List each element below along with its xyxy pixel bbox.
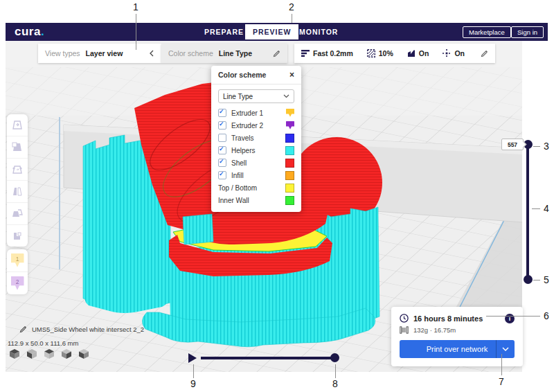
color-scheme-panel: Color scheme × Line Type Extruder 1 Extr… <box>211 66 301 212</box>
callout-5: 5 <box>544 274 549 285</box>
color-swatch <box>285 146 294 155</box>
color-swatch <box>285 159 294 168</box>
play-button[interactable] <box>188 353 197 363</box>
layer-slider-track[interactable] <box>526 144 529 279</box>
scheme-row-travels[interactable]: Travels <box>211 132 301 143</box>
simulation-slider-handle[interactable] <box>330 353 339 362</box>
checkbox[interactable] <box>218 109 226 117</box>
simulation-slider-track[interactable] <box>201 357 334 359</box>
callout-2: 2 <box>289 1 294 12</box>
view-front-icon[interactable] <box>26 348 38 360</box>
callout-7: 7 <box>499 376 504 387</box>
extruder-2-badge[interactable]: 2 <box>7 272 28 294</box>
view-left-icon[interactable] <box>60 348 73 360</box>
checkbox[interactable] <box>218 171 226 179</box>
tab-prepare[interactable]: PREPARE <box>204 23 244 41</box>
model-name-row: UMS5_Side Wheel white intersect 2_2 <box>19 326 144 333</box>
extruder-1-badge[interactable]: 1 <box>7 249 28 272</box>
callout-6: 6 <box>544 310 549 321</box>
color-scheme-selector[interactable]: Color scheme Line Type <box>161 44 287 63</box>
adhesion-value: On <box>454 49 465 57</box>
support-setting[interactable]: On <box>407 49 429 57</box>
view-right-icon[interactable] <box>78 348 90 360</box>
annotated-screenshot: cura. PREPARE PREVIEW MONITOR Marketplac… <box>0 0 554 392</box>
scheme-row-helpers[interactable]: Helpers <box>211 145 301 156</box>
checkbox[interactable] <box>218 121 226 130</box>
callout-8: 8 <box>332 378 338 389</box>
view-types-selector[interactable]: View types Layer view <box>38 44 161 63</box>
callout-line-7 <box>501 354 502 375</box>
infill-value: 10% <box>379 49 393 57</box>
model-dimensions: 112.9 x 50.0 x 111.6 mm <box>8 339 78 347</box>
layer-slider-bottom-handle[interactable] <box>524 275 533 284</box>
model-name: UMS5_Side Wheel white intersect 2_2 <box>32 326 144 333</box>
print-time-estimate: 16 hours 8 minutes <box>413 314 483 323</box>
cura-window: cura. PREPARE PREVIEW MONITOR Marketplac… <box>6 23 548 372</box>
scheme-row-extruder-1[interactable]: Extruder 1 <box>211 107 301 118</box>
infill-setting[interactable]: 10% <box>367 49 393 57</box>
color-swatch <box>286 121 294 130</box>
checkbox[interactable] <box>218 134 226 142</box>
support-blocker-button[interactable] <box>7 225 28 247</box>
view-3d-icon[interactable] <box>8 348 21 360</box>
edit-pencil-icon[interactable] <box>273 50 280 57</box>
adhesion-icon <box>443 49 451 57</box>
print-over-network-button[interactable]: Print over network <box>400 340 515 358</box>
camera-view-buttons <box>8 348 90 360</box>
callout-line-8 <box>335 364 336 378</box>
clock-icon <box>400 314 409 323</box>
checkbox[interactable] <box>218 146 226 154</box>
rotate-tool-button[interactable] <box>7 159 28 181</box>
move-tool-button[interactable] <box>7 114 28 136</box>
callout-4: 4 <box>544 203 549 214</box>
close-icon[interactable]: × <box>289 70 294 80</box>
color-swatch <box>285 184 294 193</box>
print-options-chevron[interactable] <box>496 340 515 358</box>
adhesion-setting[interactable]: On <box>443 49 465 57</box>
extruder-badges: 1 2 <box>7 249 28 294</box>
scheme-row-top-bottom: Top / Bottom <box>211 182 301 193</box>
per-model-settings-button[interactable] <box>7 203 28 225</box>
material-spool-icon <box>400 326 409 334</box>
print-settings-summary[interactable]: Fast 0.2mm 10% On <box>294 44 495 63</box>
callout-line-4 <box>532 208 540 209</box>
top-navbar: cura. PREPARE PREVIEW MONITOR Marketplac… <box>6 23 548 41</box>
scheme-row-shell[interactable]: Shell <box>211 157 301 168</box>
tab-preview[interactable]: PREVIEW <box>245 24 298 39</box>
support-icon <box>407 49 416 57</box>
marketplace-button[interactable]: Marketplace <box>463 26 511 38</box>
scheme-row-extruder-2[interactable]: Extruder 2 <box>211 120 301 131</box>
viewport-3d[interactable]: ker <box>6 41 548 372</box>
color-scheme-label: Color scheme <box>168 49 213 57</box>
profile-setting[interactable]: Fast 0.2mm <box>301 49 353 57</box>
mirror-tool-button[interactable] <box>7 181 28 203</box>
tool-column <box>7 114 28 247</box>
callout-1: 1 <box>133 1 138 12</box>
profile-value: Fast 0.2mm <box>313 49 353 57</box>
color-scheme-value: Line Type <box>219 49 252 57</box>
color-scheme-dropdown[interactable]: Line Type <box>218 89 294 103</box>
edit-settings-pencil-icon[interactable] <box>481 50 488 57</box>
scheme-row-inner-wall: Inner Wall <box>211 195 301 206</box>
scheme-row-infill[interactable]: Infill <box>211 170 301 181</box>
material-estimate: 132g · 16.75m <box>413 326 456 334</box>
checkbox[interactable] <box>218 159 226 167</box>
callout-3: 3 <box>544 141 549 152</box>
callout-9: 9 <box>190 378 196 389</box>
scale-tool-button[interactable] <box>7 136 28 159</box>
color-swatch <box>286 109 294 118</box>
callout-line-3 <box>533 146 540 147</box>
layer-height-icon <box>301 50 310 57</box>
view-top-icon[interactable] <box>43 348 55 360</box>
sign-in-button[interactable]: Sign in <box>511 26 544 38</box>
rename-pencil-icon[interactable] <box>19 326 27 333</box>
color-swatch <box>285 196 294 205</box>
tab-monitor[interactable]: MONITOR <box>299 23 338 41</box>
layer-number-field[interactable]: 557 <box>501 139 524 150</box>
callout-line-9 <box>193 364 194 378</box>
view-types-value: Layer view <box>86 49 123 57</box>
collapse-chevron-icon[interactable] <box>149 50 154 57</box>
color-scheme-panel-title: Color scheme <box>218 71 266 79</box>
logo-dot: . <box>41 25 44 38</box>
callout-line-2 <box>292 14 292 23</box>
